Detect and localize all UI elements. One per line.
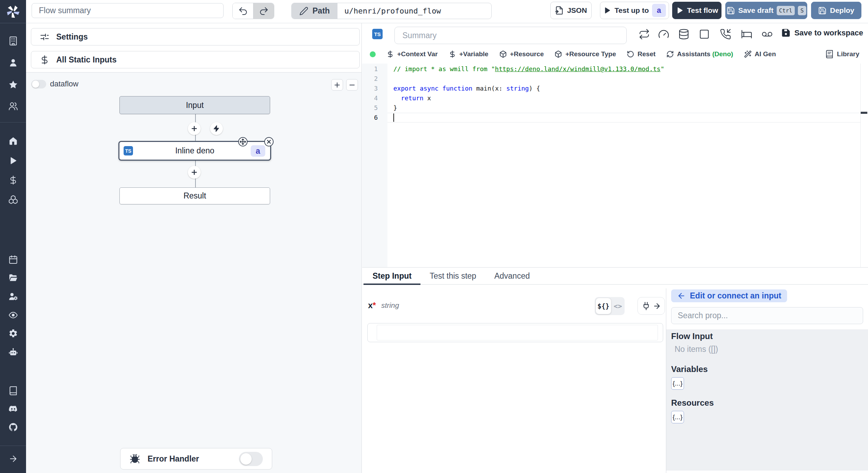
sidebar-item-users-cog[interactable]	[0, 289, 26, 304]
flow-input-node[interactable]: Input	[119, 96, 270, 114]
path-label: Path	[312, 6, 330, 16]
field-value-editor[interactable]	[367, 323, 663, 342]
flow-summary-input[interactable]: Flow summary	[32, 3, 224, 18]
zoom-out-button[interactable]	[346, 79, 358, 91]
undo-button[interactable]	[233, 3, 253, 19]
tab-advanced[interactable]: Advanced	[485, 268, 539, 284]
sidebar-item-user[interactable]	[0, 55, 26, 70]
flow-settings-button[interactable]: Settings	[31, 28, 360, 45]
summary-placeholder: Summary	[402, 31, 436, 40]
editor-overview-ruler	[860, 64, 861, 267]
sidebar-item-calendar[interactable]	[0, 252, 26, 267]
tab-step-input[interactable]: Step Input	[364, 268, 420, 284]
editor-current-line	[387, 113, 860, 123]
toolbar--resource-type-button[interactable]: +Resource Type	[554, 50, 616, 58]
insert-step-button[interactable]	[188, 166, 201, 179]
step-summary-input[interactable]: Summary	[394, 27, 627, 44]
variables-heading: Variables	[671, 364, 868, 374]
error-handler-node[interactable]: Error Handler	[120, 448, 272, 470]
voicemail-icon-button[interactable]	[761, 28, 773, 40]
toolbar-assistants-button[interactable]: Assistants (Deno)	[666, 50, 733, 58]
square-icon-button[interactable]	[698, 28, 710, 40]
editor-ruler-cursor-mark	[861, 112, 867, 114]
deploy-button[interactable]: Deploy	[811, 2, 861, 19]
editor-cursor	[393, 113, 394, 122]
insert-step-button[interactable]	[188, 122, 201, 135]
add-trigger-button[interactable]	[210, 122, 223, 135]
repeat-icon-button[interactable]	[638, 28, 650, 40]
error-handler-toggle[interactable]	[239, 452, 263, 466]
tab-test-this-step[interactable]: Test this step	[420, 268, 485, 284]
library-button[interactable]: Library	[825, 50, 859, 59]
prop-search-input[interactable]: Search prop...	[671, 307, 863, 324]
template-mode-button[interactable]: ${}	[596, 298, 611, 314]
save-to-workspace-button[interactable]: Save to workspace	[781, 28, 863, 37]
save-icon	[781, 28, 791, 37]
sidebar-item-discord[interactable]	[0, 401, 26, 416]
flow-result-node[interactable]: Result	[119, 187, 270, 204]
phone-incoming-icon-button[interactable]	[719, 28, 731, 40]
error-handler-label: Error Handler	[148, 454, 232, 464]
topbar: Flow summary Path u/henri/profound_flow …	[26, 0, 868, 23]
flow-graph-canvas[interactable]: dataflow Input TS Inline deno a	[26, 72, 361, 473]
json-button[interactable]: JSON	[550, 2, 592, 19]
x-icon	[266, 139, 272, 145]
arrow-left-icon	[677, 292, 686, 300]
code-editor[interactable]: 123456 // import * as wmill from "https:…	[362, 64, 868, 268]
step-node-label: Inline deno	[119, 146, 270, 155]
path-input[interactable]: u/henri/profound_flow	[337, 3, 448, 19]
toolbar--resource-button[interactable]: +Resource	[499, 50, 544, 58]
sidebar-item-bot[interactable]	[0, 345, 26, 360]
test-flow-button[interactable]: Test flow	[672, 2, 721, 19]
sidebar-item-building[interactable]	[0, 33, 26, 49]
windmill-logo[interactable]	[0, 0, 26, 23]
library-label: Library	[837, 50, 859, 58]
edit-or-connect-button[interactable]: Edit or connect an input	[671, 289, 787, 302]
edit-path-button[interactable]: Path	[292, 3, 337, 19]
dataflow-toggle[interactable]	[31, 80, 46, 88]
code-mode-button[interactable]: <>	[611, 302, 625, 310]
library-icon	[825, 50, 834, 59]
sidebar-item-play[interactable]	[0, 153, 26, 168]
dollar-icon	[40, 55, 50, 65]
zoom-in-button[interactable]	[331, 79, 343, 91]
sidebar-item-star[interactable]	[0, 77, 26, 92]
path-widget: Path u/henri/profound_flow	[291, 3, 492, 19]
sidebar-item-home[interactable]	[0, 133, 26, 149]
redo-button[interactable]	[253, 3, 274, 19]
test-up-to-button[interactable]: Test up to a	[600, 2, 669, 19]
database-icon-button[interactable]	[678, 28, 690, 40]
sidebar-item-github[interactable]	[0, 420, 26, 435]
gauge-icon-button[interactable]	[658, 28, 669, 40]
sidebar-item-eye[interactable]	[0, 307, 26, 323]
resources-chip[interactable]: {...}	[671, 411, 684, 423]
toolbar-ai-gen-button[interactable]: AI Gen	[744, 50, 776, 58]
connect-input-button[interactable]	[637, 297, 665, 315]
toolbar--context-var-button[interactable]: +Context Var	[386, 50, 438, 58]
sidebar-item-gear[interactable]	[0, 326, 26, 341]
step-node-inline-deno[interactable]: TS Inline deno a	[118, 141, 271, 161]
sidebar-item-users[interactable]	[0, 99, 26, 114]
save-draft-button[interactable]: Save draft Ctrl S	[725, 2, 807, 19]
flow-input-empty: No items ([])	[675, 345, 868, 354]
delete-step-button[interactable]	[264, 137, 274, 146]
sidebar-item-folder-open[interactable]	[0, 270, 26, 286]
sidebar-item-expand[interactable]	[0, 451, 26, 466]
sidebar-item-dollar[interactable]	[0, 172, 26, 188]
variables-chip[interactable]: {...}	[671, 377, 684, 390]
step-input-field-row: x* string ${} <>	[368, 297, 665, 315]
bed-icon-button[interactable]	[741, 28, 752, 40]
toolbar--variable-button[interactable]: +Variable	[449, 50, 489, 58]
prop-picker-panel: Edit or connect an input Search prop... …	[666, 288, 868, 473]
windmill-logo-icon	[5, 3, 21, 20]
sidebar-item-boxes[interactable]	[0, 192, 26, 207]
plug-icon	[642, 302, 651, 311]
save-icon	[726, 6, 735, 15]
toolbar-reset-button[interactable]: Reset	[627, 50, 656, 58]
sidebar-divider	[0, 122, 26, 123]
input-node-label: Input	[186, 101, 203, 110]
sidebar-item-book[interactable]	[0, 383, 26, 398]
code-line: // import * as wmill from "https://deno.…	[393, 64, 664, 74]
all-static-inputs-button[interactable]: All Static Inputs	[31, 51, 360, 68]
move-step-button[interactable]	[238, 137, 248, 146]
